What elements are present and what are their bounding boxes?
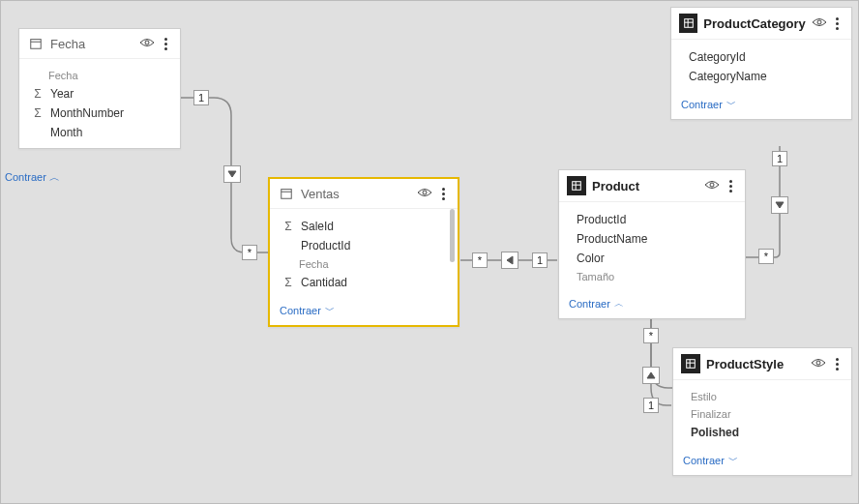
svg-point-2 xyxy=(145,41,149,44)
filter-direction-icon[interactable] xyxy=(771,196,788,214)
field-list: ΣSaleId ΣProductId Fecha ΣCantidad xyxy=(270,209,458,298)
cardinality-one: 1 xyxy=(643,398,659,413)
table-product[interactable]: Product ProductId ProductName Color Tama… xyxy=(558,169,746,319)
table-header: ProductCategory xyxy=(671,8,851,40)
svg-marker-18 xyxy=(228,171,236,177)
chevron-up-icon: ︿ xyxy=(614,297,624,311)
visibility-icon[interactable] xyxy=(812,16,828,30)
more-options-icon[interactable] xyxy=(834,17,844,30)
sigma-icon: Σ xyxy=(281,220,295,233)
more-options-icon[interactable] xyxy=(834,358,844,371)
svg-rect-3 xyxy=(281,190,292,199)
table-title: Ventas xyxy=(301,187,411,201)
cardinality-one: 1 xyxy=(193,90,209,105)
svg-point-9 xyxy=(710,183,714,187)
collapse-toggle[interactable]: Contraer ︿ xyxy=(5,170,60,185)
svg-marker-19 xyxy=(507,256,513,264)
svg-point-13 xyxy=(817,20,821,24)
svg-point-5 xyxy=(423,191,427,194)
more-options-icon[interactable] xyxy=(163,38,172,50)
model-canvas[interactable]: Fecha Fecha ΣYear ΣMonthNumber ΣMonth Co… xyxy=(1,1,858,503)
field-row[interactable]: CategoryId xyxy=(689,47,842,67)
field-list: Estilo Finalizar Polished xyxy=(673,380,851,448)
filter-direction-icon[interactable] xyxy=(223,165,241,183)
svg-point-17 xyxy=(816,361,820,365)
table-title: Product xyxy=(592,179,698,193)
table-icon xyxy=(567,176,586,195)
visibility-icon[interactable] xyxy=(811,357,828,371)
cardinality-many: * xyxy=(643,328,659,343)
field-row[interactable]: Polished xyxy=(691,423,842,442)
calendar-icon xyxy=(278,185,295,202)
field-list: ProductId ProductName Color Tamaño xyxy=(559,202,745,291)
field-row[interactable]: Color xyxy=(577,249,735,268)
table-title: ProductCategory xyxy=(703,16,805,31)
field-row[interactable]: Tamaño xyxy=(577,268,735,285)
table-fecha[interactable]: Fecha Fecha ΣYear ΣMonthNumber ΣMonth xyxy=(18,28,181,149)
chevron-down-icon: ﹀ xyxy=(726,98,736,111)
collapse-toggle[interactable]: Contraer﹀ xyxy=(270,298,458,325)
chevron-down-icon: ﹀ xyxy=(325,304,335,317)
table-header: Product xyxy=(559,170,745,202)
cardinality-many: * xyxy=(242,245,257,260)
svg-marker-21 xyxy=(647,372,655,378)
field-row[interactable]: ΣProductId xyxy=(281,236,448,255)
chevron-up-icon: ︿ xyxy=(49,171,60,183)
visibility-icon[interactable] xyxy=(139,37,157,50)
field-row[interactable]: CategoryName xyxy=(689,67,842,86)
cardinality-one: 1 xyxy=(772,151,787,166)
table-header: Fecha xyxy=(19,29,180,59)
sigma-icon: Σ xyxy=(281,276,295,289)
table-title: ProductStyle xyxy=(706,357,805,371)
collapse-toggle[interactable]: Contraer ︿ xyxy=(559,291,745,318)
collapse-toggle[interactable]: Contraer﹀ xyxy=(673,448,851,475)
field-row[interactable]: ΣMonth xyxy=(31,123,170,142)
field-row[interactable]: ProductName xyxy=(577,229,735,249)
svg-rect-10 xyxy=(684,19,693,28)
sigma-icon: Σ xyxy=(31,87,44,101)
table-productstyle[interactable]: ProductStyle Estilo Finalizar Polished C… xyxy=(672,347,852,476)
table-ventas[interactable]: Ventas ΣSaleId ΣProductId Fecha ΣCantida… xyxy=(268,177,459,327)
svg-rect-6 xyxy=(573,182,581,191)
field-list: CategoryId CategoryName xyxy=(671,40,851,92)
visibility-icon[interactable] xyxy=(417,187,434,200)
collapse-toggle[interactable]: Contraer﹀ xyxy=(671,92,851,119)
table-icon xyxy=(679,14,697,33)
svg-rect-0 xyxy=(31,40,42,49)
filter-direction-icon[interactable] xyxy=(501,252,518,269)
field-row[interactable]: ProductId xyxy=(577,210,735,229)
more-options-icon[interactable] xyxy=(440,188,450,200)
calendar-icon xyxy=(27,35,44,52)
table-title: Fecha xyxy=(50,37,133,51)
table-header: Ventas xyxy=(270,179,458,209)
svg-rect-14 xyxy=(687,360,696,369)
cardinality-many: * xyxy=(472,252,488,268)
field-row[interactable]: Fecha xyxy=(281,255,448,273)
cardinality-many: * xyxy=(758,249,774,264)
sigma-icon: Σ xyxy=(31,106,44,120)
cardinality-one: 1 xyxy=(532,252,548,268)
visibility-icon[interactable] xyxy=(704,179,722,193)
field-row[interactable]: Fecha xyxy=(31,67,170,84)
scrollbar-thumb[interactable] xyxy=(450,209,455,262)
field-row[interactable]: ΣMonthNumber xyxy=(31,104,170,123)
filter-direction-icon[interactable] xyxy=(642,367,660,384)
table-header: ProductStyle xyxy=(673,348,851,380)
table-productcategory[interactable]: ProductCategory CategoryId CategoryName … xyxy=(670,7,852,120)
table-icon xyxy=(681,354,700,373)
chevron-down-icon: ﹀ xyxy=(728,454,738,467)
field-row[interactable]: ΣYear xyxy=(31,84,170,104)
field-row[interactable]: Finalizar xyxy=(691,405,842,423)
more-options-icon[interactable] xyxy=(727,180,737,193)
field-row[interactable]: ΣSaleId xyxy=(281,217,448,236)
svg-marker-20 xyxy=(776,202,784,208)
field-row[interactable]: ΣCantidad xyxy=(281,273,448,292)
field-list: Fecha ΣYear ΣMonthNumber ΣMonth xyxy=(19,59,180,148)
field-row[interactable]: Estilo xyxy=(691,388,842,405)
